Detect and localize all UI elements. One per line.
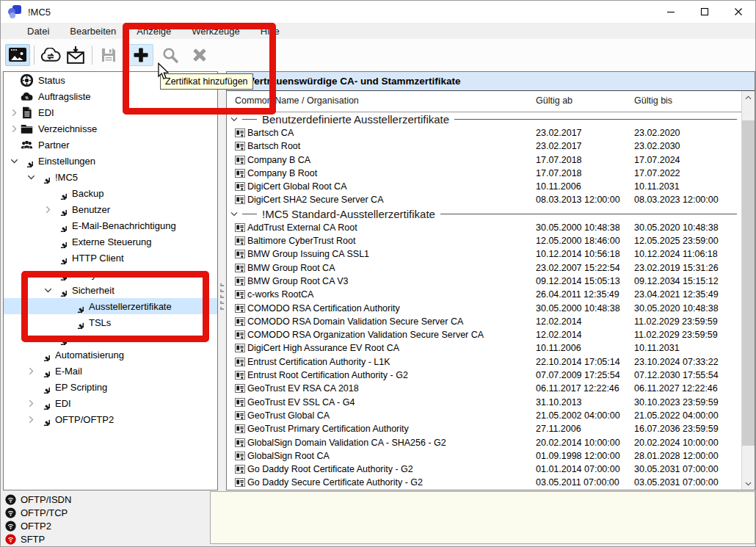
- delete-certificate-button[interactable]: [187, 44, 212, 66]
- sidebar-item-oftp-oftp2[interactable]: OFTP/OFTP2: [4, 411, 217, 427]
- sidebar-item-automatisierung[interactable]: Automatisierung: [4, 347, 217, 363]
- group-header-mc5-standard-ausstellerzertifikate[interactable]: !MC5 Standard-Ausstellerzertifikate: [227, 207, 741, 221]
- connection-item-oftp2[interactable]: OFTP2: [1, 519, 208, 532]
- sidebar-item-sicherheit[interactable]: Sicherheit: [4, 282, 217, 298]
- cert-row-geotrust-ev-ssl-ca-g4[interactable]: GeoTrust EV SSL CA - G431.10.201330.10.2…: [227, 396, 741, 409]
- save-button[interactable]: [96, 44, 121, 66]
- expand-icon[interactable]: [8, 106, 21, 118]
- cloud-sync-icon: [40, 48, 61, 62]
- maximize-icon: [700, 7, 709, 16]
- cert-valid-to: 11.02.2029 23:59:59: [634, 330, 718, 340]
- connection-item-sftp[interactable]: SFTP: [1, 532, 208, 546]
- expand-icon[interactable]: [8, 123, 21, 134]
- menu-bar: Datei Bearbeiten Anzeige Werkzeuge Hilfe: [1, 23, 755, 39]
- cert-valid-to: 10.12.2024 11:06:18: [634, 249, 718, 259]
- sidebar-item-einstellungen[interactable]: Einstellungen: [4, 153, 217, 169]
- expand-icon[interactable]: [25, 365, 37, 377]
- sidebar-item-http-client[interactable]: HTTP Client: [4, 250, 217, 266]
- column-header-valid-from[interactable]: Gültig ab: [536, 95, 573, 106]
- cert-row-comodo-rsa-domain-validation-secure-server-ca[interactable]: COMODO RSA Domain Validation Secure Serv…: [227, 315, 741, 328]
- cert-row-bmw-group-root-ca-v3[interactable]: BMW Group Root CA V309.12.2014 15:05:130…: [227, 275, 741, 288]
- sidebar-item-proxy[interactable]: Proxy: [4, 266, 217, 282]
- cert-row-c-works-rootca[interactable]: c-works RootCA26.04.2011 12:35:4923.04.2…: [227, 288, 741, 301]
- connection-item-oftp-tcp[interactable]: OFTP/TCP: [1, 506, 208, 519]
- cert-valid-to: 20.02.2024 10:00:00: [634, 438, 719, 448]
- cert-row-entrust-certification-authority-l1k[interactable]: Entrust Certification Authority - L1K22.…: [227, 355, 741, 369]
- expand-icon[interactable]: [25, 397, 37, 409]
- add-certificate-button[interactable]: [128, 44, 153, 66]
- certificate-icon: [235, 397, 245, 407]
- sidebar-item-e-mail-benachrichtigung[interactable]: E-Mail-Benachrichtigung: [4, 217, 217, 233]
- cert-row-digicert-sha2-secure-server-ca[interactable]: DigiCert SHA2 Secure Server CA08.03.2013…: [227, 193, 741, 206]
- cert-row-go-daddy-secure-certificate-authority-g2[interactable]: Go Daddy Secure Certificate Authority - …: [227, 476, 741, 489]
- scrollbar-up-button[interactable]: [742, 91, 755, 104]
- menu-item-anzeige[interactable]: Anzeige: [126, 24, 181, 38]
- cert-row-digicert-high-assurance-ev-root-ca[interactable]: DigiCert High Assurance EV Root CA10.11.…: [227, 341, 741, 355]
- cert-name: DigiCert SHA2 Secure Server CA: [247, 195, 383, 205]
- cert-row-comodo-rsa-certification-authority[interactable]: COMODO RSA Certification Authority30.05.…: [227, 302, 741, 315]
- sidebar-item-windows-service[interactable]: Windows Service: [4, 330, 217, 347]
- minimize-button[interactable]: [654, 1, 688, 23]
- sidebar-item-tsls[interactable]: TSLs: [4, 314, 217, 330]
- sidebar-item-benutzer[interactable]: Benutzer: [4, 201, 217, 217]
- sidebar-item-partner[interactable]: Partner: [4, 137, 217, 153]
- menu-item-werkzeuge[interactable]: Werkzeuge: [181, 24, 250, 38]
- collapse-icon[interactable]: [8, 155, 21, 167]
- cert-row-company-b-root[interactable]: Company B Root17.07.201817.07.2022: [227, 167, 741, 180]
- sidebar-item-e-mail[interactable]: E-Mail: [4, 363, 217, 379]
- sidebar-item-externe-steuerung[interactable]: Externe Steuerung: [4, 233, 217, 250]
- group-header-benutzerdefinierte-ausstellerzertifikate[interactable]: Benutzerdefinierte Ausstellerzertifikate: [227, 112, 741, 126]
- panel-splitter[interactable]: [219, 71, 226, 490]
- menu-item-bearbeiten[interactable]: Bearbeiten: [59, 24, 126, 38]
- column-header-valid-to[interactable]: Gültig bis: [634, 95, 672, 106]
- scrollbar-down-button[interactable]: [742, 477, 755, 490]
- cert-row-geotrust-primary-certification-authority[interactable]: GeoTrust Primary Certification Authority…: [227, 422, 741, 435]
- vertical-scrollbar[interactable]: [741, 91, 755, 490]
- maximize-button[interactable]: [688, 1, 722, 23]
- collapse-icon[interactable]: [42, 284, 54, 296]
- sidebar-item-mc5[interactable]: !MC5: [4, 169, 217, 185]
- expand-icon[interactable]: [25, 413, 37, 425]
- sidebar-item-auftragsliste[interactable]: Auftragsliste: [4, 88, 217, 104]
- sidebar-item-verzeichnisse[interactable]: Verzeichnisse: [4, 120, 217, 137]
- certificate-icon: [235, 410, 245, 421]
- close-button[interactable]: [722, 1, 755, 23]
- cert-valid-to: 23.02.2019 15:31:26: [634, 263, 719, 273]
- cert-row-bartsch-ca[interactable]: Bartsch CA23.02.201723.02.2020: [227, 126, 741, 140]
- sidebar-item-edi[interactable]: EDI: [4, 104, 217, 120]
- connection-item-oftp-isdn[interactable]: OFTP/ISDN: [1, 493, 208, 506]
- sidebar-item-label: Proxy: [72, 268, 96, 280]
- gear-icon: [54, 252, 67, 264]
- cert-row-bartsch-root[interactable]: Bartsch Root23.02.201723.02.2030: [227, 140, 741, 153]
- cert-row-go-daddy-root-certificate-authority-g2[interactable]: Go Daddy Root Certificate Authority - G2…: [227, 463, 741, 476]
- cert-row-bmw-group-issuing-ca-ssl1[interactable]: BMW Group Issuing CA SSL110.12.2014 10:5…: [227, 247, 741, 261]
- cert-row-company-b-ca[interactable]: Company B CA17.07.201817.07.2024: [227, 153, 741, 167]
- cert-row-entrust-root-certification-authority-g2[interactable]: Entrust Root Certification Authority - G…: [227, 369, 741, 382]
- menu-item-datei[interactable]: Datei: [17, 24, 59, 38]
- collapse-icon[interactable]: [25, 171, 37, 183]
- column-header-common-name[interactable]: Common Name / Organisation: [235, 95, 359, 106]
- sidebar-item-backup[interactable]: Backup: [4, 185, 217, 201]
- workspace-button[interactable]: [5, 44, 30, 66]
- settings-tree-panel: StatusAuftragslisteEDIVerzeichnissePartn…: [3, 71, 218, 490]
- sidebar-item-ep-scripting[interactable]: EP Scripting: [4, 379, 217, 395]
- mail-import-button[interactable]: [63, 44, 88, 66]
- cert-name: Baltimore CyberTrust Root: [247, 236, 356, 246]
- menu-item-hilfe[interactable]: Hilfe: [250, 24, 290, 38]
- cert-row-addtrust-external-ca-root[interactable]: AddTrust External CA Root30.05.2000 10:4…: [227, 221, 741, 234]
- scrollbar-thumb[interactable]: [742, 120, 755, 446]
- cert-valid-from: 01.09.1998 12:00:00: [536, 451, 620, 461]
- cert-row-bmw-group-root-ca[interactable]: BMW Group Root CA23.02.2007 15:22:5423.0…: [227, 261, 741, 275]
- expand-icon[interactable]: [42, 203, 54, 215]
- cert-row-digicert-global-root-ca[interactable]: DigiCert Global Root CA10.11.200610.11.2…: [227, 180, 741, 193]
- cert-row-baltimore-cybertrust-root[interactable]: Baltimore CyberTrust Root12.05.2000 18:4…: [227, 234, 741, 247]
- cert-row-geotrust-ev-rsa-ca-2018[interactable]: GeoTrust EV RSA CA 201806.11.2017 12:22:…: [227, 382, 741, 395]
- cert-row-globalsign-domain-validation-ca-sha256-g2[interactable]: GlobalSign Domain Validation CA - SHA256…: [227, 436, 741, 449]
- sidebar-item-edi[interactable]: EDI: [4, 395, 217, 411]
- sidebar-item-ausstellerzertifikate[interactable]: Ausstellerzertifikate: [4, 298, 217, 314]
- cert-row-geotrust-global-ca[interactable]: GeoTrust Global CA21.05.2002 04:00:0021.…: [227, 409, 741, 422]
- sidebar-item-label: E-Mail-Benachrichtigung: [72, 220, 176, 231]
- cloud-sync-button[interactable]: [38, 44, 63, 66]
- cert-row-globalsign-root-ca[interactable]: GlobalSign Root CA01.09.1998 12:00:0028.…: [227, 449, 741, 463]
- cert-row-comodo-rsa-organization-validation-secure-server-ca[interactable]: COMODO RSA Organization Validation Secur…: [227, 328, 741, 341]
